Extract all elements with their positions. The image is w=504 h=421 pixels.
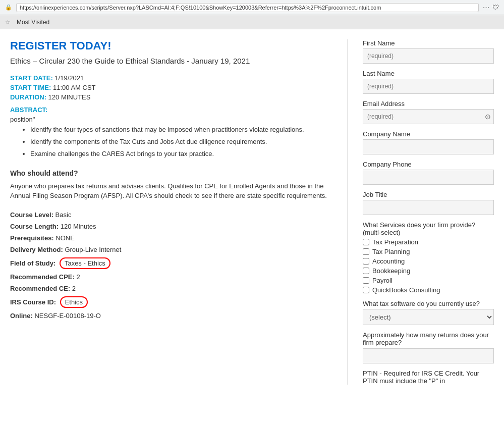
irs-course-id-label: IRS Course ID: xyxy=(10,298,56,306)
checkbox-bookkeeping-input[interactable] xyxy=(363,268,369,274)
tab-bar: ☆ Most Visited xyxy=(0,15,504,29)
checkbox-accounting-label: Accounting xyxy=(372,257,405,265)
email-input-wrapper: ⊙ xyxy=(363,109,494,124)
online-value: NESGF-E-00108-19-O xyxy=(34,312,101,320)
email-label: Email Address xyxy=(363,100,494,108)
irs-course-id-value: Ethics xyxy=(60,296,88,308)
course-length-label: Course Length: xyxy=(10,223,59,230)
start-time-value: 11:00 AM CST xyxy=(53,84,96,91)
checkbox-payroll: Payroll xyxy=(363,277,494,284)
returns-label: Approximately how many returns does your… xyxy=(363,331,494,346)
abstract-intro: position" xyxy=(10,116,327,123)
checkbox-quickbooks-label: QuickBooks Consulting xyxy=(372,286,440,294)
duration-value: 120 MINUTES xyxy=(48,93,91,101)
first-name-input[interactable] xyxy=(363,48,494,64)
start-date-row: START DATE: 1/19/2021 xyxy=(10,74,327,82)
first-name-group: First Name xyxy=(363,39,494,64)
shield-icon: 🛡 xyxy=(492,4,499,11)
services-label: What Services does your firm provide? (m… xyxy=(363,221,494,236)
email-group: Email Address ⊙ xyxy=(363,100,494,124)
checkbox-tax-preparation-label: Tax Preparation xyxy=(372,238,418,246)
checkbox-bookkeeping: Bookkeeping xyxy=(363,267,494,275)
abstract-bullets: Identify the four types of sanctions tha… xyxy=(10,125,327,159)
checkbox-bookkeeping-label: Bookkeeping xyxy=(372,267,410,275)
recommended-ce-value: 2 xyxy=(72,285,76,292)
job-title-label: Job Title xyxy=(363,191,494,198)
delivery-method-row: Delivery Method: Group-Live Internet xyxy=(10,246,327,253)
lock-icon: 🔒 xyxy=(5,4,12,11)
start-date-label: START DATE: xyxy=(10,74,53,82)
browser-chrome: 🔒 https://onlinexperiences.com/scripts/S… xyxy=(0,0,504,15)
course-length-value: 120 Minutes xyxy=(61,223,96,230)
checkbox-tax-planning: Tax Planning xyxy=(363,248,494,255)
ptin-text: PTIN - Required for IRS CE Credit. Your … xyxy=(363,370,494,385)
irs-course-id-row: IRS Course ID: Ethics xyxy=(10,296,327,308)
delivery-method-value: Group-Live Internet xyxy=(65,246,121,253)
checkbox-quickbooks: QuickBooks Consulting xyxy=(363,286,494,294)
email-icon: ⊙ xyxy=(485,113,491,121)
recommended-cpe-row: Recommended CPE: 2 xyxy=(10,273,327,281)
online-label: Online: xyxy=(10,312,33,320)
checkbox-payroll-label: Payroll xyxy=(372,277,393,284)
checkbox-tax-planning-input[interactable] xyxy=(363,248,369,255)
start-time-row: START TIME: 11:00 AM CST xyxy=(10,84,327,91)
last-name-label: Last Name xyxy=(363,70,494,77)
company-name-label: Company Name xyxy=(363,130,494,138)
recommended-cpe-label: Recommended CPE: xyxy=(10,273,75,281)
menu-icon[interactable]: ⋯ xyxy=(483,4,489,11)
duration-row: DURATION: 120 MINUTES xyxy=(10,93,327,101)
last-name-input[interactable] xyxy=(363,79,494,94)
job-title-group: Job Title xyxy=(363,191,494,215)
event-subtitle: Ethics – Circular 230 the Guide to Ethic… xyxy=(10,56,327,66)
prerequisites-value: NONE xyxy=(55,234,75,242)
returns-input[interactable] xyxy=(363,348,494,363)
registration-form: First Name Last Name Email Address ⊙ Com… xyxy=(363,39,494,385)
tax-software-label: What tax software do you currently use? xyxy=(363,300,494,307)
page-container: REGISTER TODAY! Ethics – Circular 230 th… xyxy=(0,29,504,395)
first-name-label: First Name xyxy=(363,39,494,47)
who-attend-text: Anyone who prepares tax returns and advi… xyxy=(10,181,327,201)
most-visited-label[interactable]: Most Visited xyxy=(17,19,49,26)
job-title-input[interactable] xyxy=(363,200,494,215)
company-phone-group: Company Phone xyxy=(363,161,494,185)
email-input[interactable] xyxy=(363,109,494,124)
course-level-row: Course Level: Basic xyxy=(10,211,327,219)
field-of-study-row: Field of Study: Taxes - Ethics xyxy=(10,257,327,269)
recommended-ce-label: Recommended CE: xyxy=(10,285,70,292)
company-phone-input[interactable] xyxy=(363,170,494,185)
abstract-label: ABSTRACT: xyxy=(10,106,327,114)
course-level-label: Course Level: xyxy=(10,211,53,219)
tax-software-select[interactable]: (select) xyxy=(363,309,494,325)
start-date-value: 1/19/2021 xyxy=(54,74,84,82)
bullet-3: Examine challenges the CARES Act brings … xyxy=(30,149,327,159)
checkbox-tax-preparation: Tax Preparation xyxy=(363,238,494,246)
url-bar[interactable]: https://onlinexperiences.com/scripts/Ser… xyxy=(16,3,479,12)
star-icon: ☆ xyxy=(5,19,11,26)
company-name-input[interactable] xyxy=(363,139,494,154)
company-phone-label: Company Phone xyxy=(363,161,494,168)
returns-group: Approximately how many returns does your… xyxy=(363,331,494,363)
field-of-study-label: Field of Study: xyxy=(10,259,55,267)
details-section: Course Level: Basic Course Length: 120 M… xyxy=(10,211,327,320)
checkbox-tax-preparation-input[interactable] xyxy=(363,239,369,245)
bullet-1: Identify the four types of sanctions tha… xyxy=(30,125,327,134)
nav-icons: ⋯ 🛡 xyxy=(483,4,499,11)
checkbox-quickbooks-input[interactable] xyxy=(363,287,369,293)
field-of-study-value: Taxes - Ethics xyxy=(60,257,110,269)
left-content: REGISTER TODAY! Ethics – Circular 230 th… xyxy=(10,39,332,385)
tax-software-group: What tax software do you currently use? … xyxy=(363,300,494,325)
vertical-divider xyxy=(347,39,348,385)
recommended-ce-row: Recommended CE: 2 xyxy=(10,285,327,292)
services-checkboxes: Tax Preparation Tax Planning Accounting … xyxy=(363,238,494,294)
checkbox-accounting-input[interactable] xyxy=(363,258,369,265)
course-length-row: Course Length: 120 Minutes xyxy=(10,223,327,230)
who-attend-title: Who should attend? xyxy=(10,169,327,177)
recommended-cpe-value: 2 xyxy=(77,273,80,281)
checkbox-tax-planning-label: Tax Planning xyxy=(372,248,410,255)
company-name-group: Company Name xyxy=(363,130,494,154)
checkbox-payroll-input[interactable] xyxy=(363,277,369,284)
bullet-2: Identify the components of the Tax Cuts … xyxy=(30,137,327,146)
services-group: What Services does your firm provide? (m… xyxy=(363,221,494,294)
online-row: Online: NESGF-E-00108-19-O xyxy=(10,312,327,320)
start-time-label: START TIME: xyxy=(10,84,51,91)
